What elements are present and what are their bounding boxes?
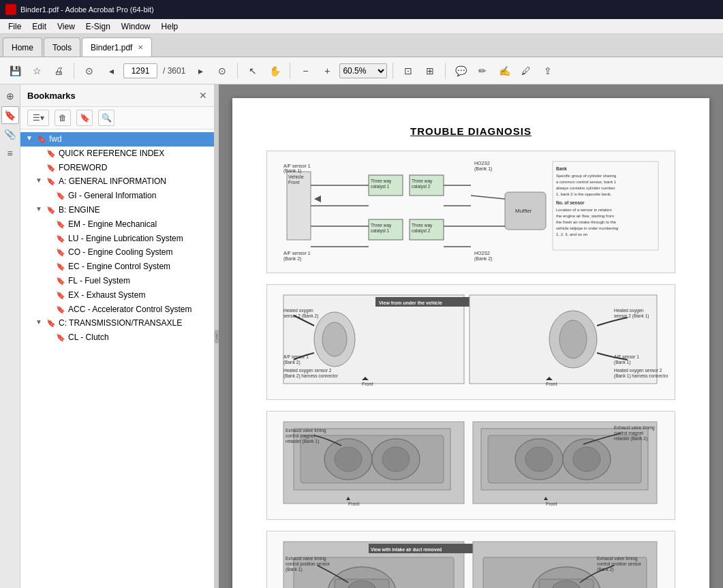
- bookmark-cl[interactable]: 🔖 CL - Clutch: [20, 330, 214, 345]
- bookmark-gen-info[interactable]: ▼ 🔖 A: GENERAL INFORMATION: [20, 174, 214, 189]
- share-button[interactable]: ⇪: [538, 61, 557, 80]
- bookmark-icon-em: 🔖: [56, 219, 65, 230]
- main-layout: ⊕ 🔖 📎 ≡ Bookmarks ✕ ☰▾ 🗑 🔖 🔍 ▼ 🔖 fwd: [0, 84, 723, 588]
- toggle-engine[interactable]: ▼: [35, 204, 45, 214]
- next-page-button[interactable]: ▸: [191, 61, 210, 80]
- sidebar-view-dropdown[interactable]: ☰▾: [27, 110, 49, 126]
- bookmark-lu[interactable]: 🔖 LU - Engine Lubrication System: [20, 232, 214, 246]
- print-button[interactable]: 🖨: [49, 61, 68, 80]
- sidebar-toolbar: ☰▾ 🗑 🔖 🔍: [20, 107, 214, 129]
- attachment-icon[interactable]: 📎: [1, 125, 19, 143]
- toggle-gen-info[interactable]: ▼: [35, 176, 45, 185]
- bookmark-ec[interactable]: 🔖 EC - Engine Control System: [20, 260, 214, 274]
- svg-text:catalyst 2: catalyst 2: [412, 184, 431, 189]
- bookmark-co[interactable]: 🔖 CO - Engine Cooling System: [20, 245, 214, 260]
- page-number-input[interactable]: [123, 63, 157, 78]
- menu-help[interactable]: Help: [156, 20, 184, 33]
- tab-close-icon[interactable]: ✕: [138, 44, 143, 51]
- layout-button[interactable]: ⊞: [420, 61, 440, 80]
- svg-text:(Bank 1): (Bank 1): [286, 567, 303, 572]
- svg-text:HO2S2: HO2S2: [474, 251, 490, 256]
- sidebar-delete-button[interactable]: 🗑: [55, 110, 71, 126]
- bookmark-gi[interactable]: 🔖 GI - General Information: [20, 189, 214, 203]
- bookmark-engine[interactable]: ▼ 🔖 B: ENGINE: [20, 203, 214, 217]
- bookmark-icon-gen-info: 🔖: [46, 176, 56, 187]
- title-bar: Binder1.pdf - Adobe Acrobat Pro (64-bit): [0, 0, 723, 19]
- zoom-select[interactable]: 60.5% 50% 75% 100% 125% 150%: [339, 63, 387, 78]
- menu-edit[interactable]: Edit: [27, 20, 52, 33]
- bookmark-em[interactable]: 🔖 EM - Engine Mechanical: [20, 217, 214, 232]
- pdf-content-area[interactable]: TROUBLE DIAGNOSIS Vehicle Front A/F: [219, 84, 723, 588]
- layers-icon[interactable]: ≡: [1, 144, 19, 162]
- menu-bar: File Edit View E-Sign Window Help: [0, 19, 723, 34]
- svg-text:Vehicle: Vehicle: [288, 174, 304, 179]
- bookmark-label-quick-ref: QUICK REFERENCE INDEX: [59, 148, 210, 159]
- sidebar-close-button[interactable]: ✕: [199, 90, 207, 101]
- diagram-1: Vehicle Front A/F sensor 1 (Bank 1) Thre…: [266, 151, 675, 273]
- svg-text:Heated oxygen: Heated oxygen: [614, 308, 644, 313]
- svg-text:Front: Front: [288, 180, 299, 185]
- svg-text:Three way: Three way: [371, 179, 392, 184]
- bookmark-ex[interactable]: 🔖 EX - Exhaust System: [20, 288, 214, 303]
- zoom-out-button[interactable]: −: [296, 61, 315, 80]
- cursor-tool-button[interactable]: ↖: [243, 61, 262, 80]
- svg-text:(Bank 1): (Bank 1): [614, 360, 631, 365]
- bookmark-acc[interactable]: 🔖 ACC - Accelerator Control System: [20, 303, 214, 317]
- prev-page-button[interactable]: ◂: [102, 61, 121, 80]
- svg-text:A/F sensor 1: A/F sensor 1: [614, 354, 639, 359]
- bookmark-button[interactable]: ☆: [27, 61, 46, 80]
- svg-text:Three way: Three way: [412, 179, 433, 184]
- bookmark-icon-trans: 🔖: [46, 318, 56, 328]
- tab-home[interactable]: Home: [3, 37, 42, 57]
- sidebar-search-button[interactable]: 🔍: [98, 110, 114, 126]
- menu-view[interactable]: View: [52, 20, 80, 33]
- bookmark-foreword[interactable]: 🔖 FOREWORD: [20, 161, 214, 175]
- svg-text:Front: Front: [362, 382, 373, 386]
- bookmark-icon-quick-ref: 🔖: [46, 149, 56, 159]
- highlight-button[interactable]: ✏: [473, 61, 492, 80]
- svg-text:A/F sensor 1: A/F sensor 1: [283, 251, 311, 256]
- bookmark-trans[interactable]: ▼ 🔖 C: TRANSMISSION/TRANSAXLE: [20, 316, 214, 330]
- toggle-trans[interactable]: ▼: [35, 318, 45, 327]
- comment-button[interactable]: 💬: [451, 61, 470, 80]
- sign-button[interactable]: 🖊: [517, 61, 536, 80]
- diagram-3: Exhaust valve timing control magnet reta…: [266, 411, 675, 520]
- bookmark-label-cl: CL - Clutch: [68, 332, 210, 343]
- draw-button[interactable]: ✍: [495, 61, 514, 80]
- fit-page-button[interactable]: ⊡: [399, 61, 418, 80]
- nav-icon[interactable]: ⊕: [1, 87, 19, 105]
- svg-text:(Bank 2): (Bank 2): [283, 256, 301, 262]
- sidebar-resize-handle[interactable]: ⋮: [215, 84, 219, 588]
- search-prev-button[interactable]: ⊙: [80, 61, 99, 80]
- svg-text:View from under the vehicle: View from under the vehicle: [379, 300, 442, 305]
- bookmark-fl[interactable]: 🔖 FL - Fuel System: [20, 274, 214, 288]
- save-button[interactable]: 💾: [5, 61, 25, 80]
- menu-file[interactable]: File: [3, 20, 27, 33]
- svg-text:Front: Front: [546, 501, 557, 506]
- bookmark-icon-foreword: 🔖: [46, 163, 56, 173]
- svg-text:catalyst 1: catalyst 1: [371, 184, 390, 189]
- sidebar-new-button[interactable]: 🔖: [76, 110, 93, 126]
- svg-text:(Bank 2): (Bank 2): [597, 567, 614, 572]
- bookmark-fwd[interactable]: ▼ 🔖 fwd: [20, 132, 214, 146]
- search-next-button[interactable]: ⊙: [213, 61, 232, 80]
- toggle-fwd[interactable]: ▼: [26, 134, 35, 143]
- svg-text:1, 2, 3, and so on: 1, 2, 3, and so on: [556, 232, 587, 236]
- pdf-page-title: TROUBLE DIAGNOSIS: [266, 125, 675, 137]
- menu-window[interactable]: Window: [116, 20, 156, 33]
- menu-esign[interactable]: E-Sign: [80, 20, 116, 33]
- svg-text:Location of a sensor in relati: Location of a sensor in relation: [556, 208, 612, 212]
- zoom-in-button[interactable]: +: [318, 61, 337, 80]
- bookmark-icon-engine: 🔖: [46, 205, 56, 215]
- bookmark-quick-ref[interactable]: 🔖 QUICK REFERENCE INDEX: [20, 146, 214, 161]
- sidebar: Bookmarks ✕ ☰▾ 🗑 🔖 🔍 ▼ 🔖 fwd 🔖 QUICK REF…: [20, 84, 215, 588]
- bookmark-panel-icon[interactable]: 🔖: [1, 106, 19, 124]
- tab-tools[interactable]: Tools: [44, 37, 80, 57]
- svg-text:control position sensor: control position sensor: [286, 561, 330, 567]
- bookmark-icon-gi: 🔖: [56, 191, 65, 201]
- tab-binder[interactable]: Binder1.pdf ✕: [82, 37, 152, 57]
- svg-text:Muffler: Muffler: [515, 208, 532, 214]
- svg-text:Three way: Three way: [412, 223, 433, 228]
- svg-text:a common control sensor, bank : a common control sensor, bank 1: [556, 180, 617, 184]
- hand-tool-button[interactable]: ✋: [265, 61, 284, 80]
